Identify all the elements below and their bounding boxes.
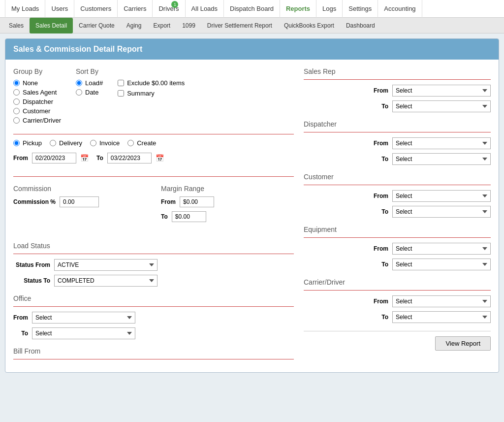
status-to-select[interactable]: ACTIVE COMPLETED CANCELLED PENDING: [54, 275, 158, 287]
exclude-zero-option[interactable]: Exclude $0.00 items: [118, 79, 185, 87]
subnav-dashboard[interactable]: Dashboard: [340, 18, 381, 33]
margin-from-input[interactable]: [180, 196, 214, 207]
nav-users[interactable]: Users: [45, 0, 74, 18]
commission-section: Commission Commission %: [13, 185, 146, 226]
sales-rep-to-select[interactable]: Select: [392, 100, 491, 112]
sales-rep-from-select[interactable]: Select: [392, 85, 491, 97]
equipment-from-label: From: [374, 245, 388, 252]
subnav-export[interactable]: Export: [147, 18, 176, 33]
margin-to-label: To: [161, 213, 168, 220]
summary-checkbox[interactable]: [118, 90, 124, 97]
status-to-row: Status To ACTIVE COMPLETED CANCELLED PEN…: [13, 275, 294, 287]
group-carrier-driver-radio[interactable]: [13, 117, 20, 124]
group-none-label: None: [23, 79, 38, 87]
date-pickup-radio[interactable]: [13, 140, 20, 146]
sort-date-radio[interactable]: [76, 89, 82, 96]
group-none-radio[interactable]: [13, 80, 20, 86]
office-from-select[interactable]: Select: [32, 312, 135, 324]
dispatcher-to-select[interactable]: Select: [392, 153, 491, 165]
sort-date-label: Date: [85, 89, 98, 96]
sales-rep-to-row: To Select: [304, 100, 491, 112]
equipment-from-select[interactable]: Select: [392, 243, 491, 255]
nav-all-loads[interactable]: All Loads: [186, 0, 224, 18]
subnav-driver-settlement[interactable]: Driver Settlement Report: [201, 18, 278, 33]
right-panel: Sales Rep From Select To Select: [304, 67, 491, 364]
carrier-driver-to-select[interactable]: Select: [392, 311, 491, 323]
customer-section: Customer From Select To Select: [304, 173, 491, 218]
sort-load[interactable]: Load#: [76, 79, 103, 87]
commission-input[interactable]: [60, 196, 99, 207]
dispatcher-from-select[interactable]: Select: [392, 137, 491, 149]
nav-reports[interactable]: Reports: [280, 0, 316, 18]
subnav-sales[interactable]: Sales: [3, 18, 30, 33]
office-to-row: To Select: [13, 327, 294, 339]
sort-by-title: Sort By: [76, 67, 103, 75]
group-dispatcher-label: Dispatcher: [23, 98, 53, 105]
subnav-sales-detail[interactable]: Sales Detail: [30, 18, 73, 33]
nav-dispatch-board[interactable]: Dispatch Board: [224, 0, 280, 18]
nav-carriers[interactable]: Carriers: [118, 0, 153, 18]
date-type-pickup[interactable]: Pickup: [13, 139, 42, 147]
sort-load-label: Load#: [85, 79, 103, 87]
group-by-title: Group By: [13, 67, 61, 75]
date-to-label: To: [96, 155, 103, 162]
group-customer[interactable]: Customer: [13, 107, 61, 115]
group-sales-agent[interactable]: Sales Agent: [13, 89, 61, 96]
subnav-quickbooks[interactable]: QuickBooks Export: [278, 18, 340, 33]
date-create-label: Create: [137, 139, 156, 147]
group-sales-agent-radio[interactable]: [13, 89, 20, 96]
bill-from-title: Bill From: [13, 347, 294, 355]
calendar-from-icon[interactable]: 📅: [80, 154, 89, 162]
subnav-1099[interactable]: 1099: [176, 18, 201, 33]
group-customer-label: Customer: [23, 107, 50, 115]
view-report-button[interactable]: View Report: [435, 336, 491, 351]
group-dispatcher[interactable]: Dispatcher: [13, 98, 61, 105]
date-to-input[interactable]: [107, 153, 152, 163]
margin-to-input[interactable]: [172, 211, 206, 222]
group-none[interactable]: None: [13, 79, 61, 87]
date-delivery-radio[interactable]: [50, 140, 56, 146]
margin-from-label: From: [161, 198, 176, 205]
date-type-create[interactable]: Create: [127, 139, 156, 147]
carrier-driver-section: Carrier/Driver From Select To Select: [304, 278, 491, 323]
status-from-select[interactable]: ACTIVE COMPLETED CANCELLED PENDING: [54, 259, 158, 271]
nav-drivers[interactable]: Drivers 1: [153, 0, 185, 18]
date-type-row: Pickup Delivery Invoice Create: [13, 139, 294, 149]
load-status-divider: [13, 254, 294, 254]
date-type-invoice[interactable]: Invoice: [90, 139, 120, 147]
office-to-select[interactable]: Select: [32, 327, 135, 339]
date-invoice-radio[interactable]: [90, 140, 96, 146]
carrier-driver-from-select[interactable]: Select: [392, 295, 491, 307]
nav-logs[interactable]: Logs: [316, 0, 343, 18]
summary-option[interactable]: Summary: [118, 90, 185, 97]
exclude-zero-checkbox[interactable]: [118, 80, 124, 86]
nav-accounting[interactable]: Accounting: [378, 0, 422, 18]
date-type-delivery[interactable]: Delivery: [50, 139, 82, 147]
subnav-carrier-quote[interactable]: Carrier Quote: [73, 18, 121, 33]
subnav-aging[interactable]: Aging: [121, 18, 148, 33]
margin-section: Margin Range From To: [161, 185, 294, 226]
equipment-to-select[interactable]: Select: [392, 259, 491, 270]
commission-margin-section: Commission Commission % Margin Range Fro…: [13, 185, 294, 234]
nav-customers[interactable]: Customers: [74, 0, 118, 18]
sort-date[interactable]: Date: [76, 89, 103, 96]
calendar-to-icon[interactable]: 📅: [156, 154, 164, 162]
sort-load-radio[interactable]: [76, 80, 82, 86]
group-carrier-driver[interactable]: Carrier/Driver: [13, 117, 61, 124]
sales-rep-from-label: From: [374, 87, 388, 94]
nav-settings[interactable]: Settings: [343, 0, 378, 18]
status-from-label: Status From: [13, 261, 50, 268]
nav-my-loads[interactable]: My Loads: [5, 0, 45, 18]
left-panel: Group By None Sales Agent Dispatcher: [13, 67, 294, 364]
office-section: Office From Select To Select: [13, 294, 294, 339]
customer-to-select[interactable]: Select: [392, 206, 491, 218]
date-delivery-label: Delivery: [59, 139, 82, 147]
date-from-input[interactable]: [32, 153, 76, 163]
customer-to-label: To: [374, 208, 388, 215]
group-dispatcher-radio[interactable]: [13, 98, 20, 105]
carrier-driver-divider: [304, 290, 491, 291]
date-section: Pickup Delivery Invoice Create: [13, 134, 294, 177]
customer-from-select[interactable]: Select: [392, 190, 491, 202]
group-customer-radio[interactable]: [13, 108, 20, 114]
date-create-radio[interactable]: [127, 140, 134, 146]
